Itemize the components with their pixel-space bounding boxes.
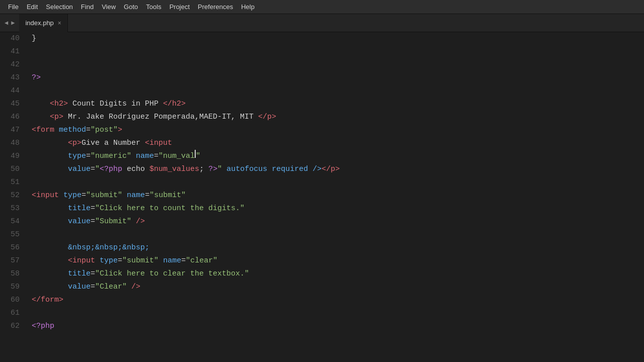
code-line-45: <h2> Count Digits in PHP </h2>: [32, 98, 644, 111]
menu-tools[interactable]: Tools: [142, 2, 165, 12]
code-line-46: <p> Mr. Jake Rodriguez Pomperada,MAED-IT…: [32, 111, 644, 124]
menu-help[interactable]: Help: [237, 2, 259, 12]
tab-index-php[interactable]: index.php ×: [19, 14, 67, 32]
menu-goto[interactable]: Goto: [120, 2, 142, 12]
code-line-51: [32, 176, 644, 189]
code-line-40: }: [32, 32, 644, 45]
code-line-54: value="Submit" />: [32, 215, 644, 228]
code-line-58: title="Click here to clear the textbox.": [32, 267, 644, 281]
code-line-53: title="Click here to count the digits.": [32, 202, 644, 215]
code-line-61: [32, 307, 644, 320]
code-line-57: <input type="submit" name="clear": [32, 254, 644, 267]
code-line-52: <input type="submit" name="submit": [32, 189, 644, 202]
code-line-44: [32, 84, 644, 98]
code-line-55: [32, 228, 644, 241]
menu-file[interactable]: File: [4, 2, 23, 12]
code-line-59: value="Clear" />: [32, 281, 644, 294]
tab-filename: index.php: [25, 19, 53, 27]
menu-project[interactable]: Project: [166, 2, 194, 12]
menu-view[interactable]: View: [98, 2, 120, 12]
code-line-42: [32, 58, 644, 71]
code-line-62: <?php: [32, 320, 644, 333]
menu-edit[interactable]: Edit: [23, 2, 42, 12]
code-line-56: &nbsp;&nbsp;&nbsp;: [32, 241, 644, 254]
code-line-48: <p>Give a Number <input: [32, 137, 644, 150]
tabbar: ◀ ▶ index.php ×: [0, 14, 644, 32]
code-line-49: type="numeric" name="num_val": [32, 150, 644, 163]
code-line-60: </form>: [32, 294, 644, 307]
editor: 4041424344454647484950515253545556575859…: [0, 32, 644, 362]
menubar: File Edit Selection Find View Goto Tools…: [0, 0, 644, 14]
tab-prev-arrow[interactable]: ◀: [3, 18, 10, 28]
code-area[interactable]: } ?> <h2> Count Digits in PHP </h2> <p> …: [28, 32, 644, 362]
menu-selection[interactable]: Selection: [42, 2, 76, 12]
code-line-43: ?>: [32, 71, 644, 84]
menu-find[interactable]: Find: [77, 2, 98, 12]
menu-preferences[interactable]: Preferences: [194, 2, 237, 12]
tab-close-button[interactable]: ×: [58, 20, 61, 27]
line-numbers: 4041424344454647484950515253545556575859…: [0, 32, 28, 362]
tab-next-arrow[interactable]: ▶: [10, 18, 16, 28]
tab-nav: ◀ ▶: [0, 18, 19, 28]
code-line-47: <form method="post">: [32, 124, 644, 137]
code-line-50: value="<?php echo $num_values; ?>" autof…: [32, 163, 644, 176]
code-line-41: [32, 45, 644, 58]
